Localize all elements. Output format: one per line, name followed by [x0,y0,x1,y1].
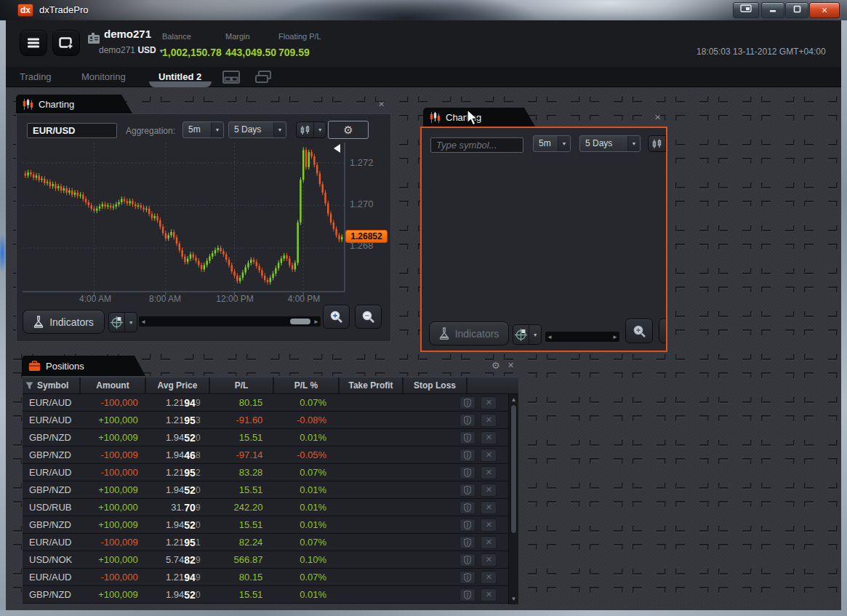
main-menu-button[interactable] [20,30,47,56]
position-row[interactable]: EUR/AUD -100,000 1.21949 80.15 0.07% ✕ [23,569,518,586]
protect-position-button[interactable] [459,484,475,497]
column-symbol[interactable]: Symbol [23,377,81,393]
scroll-down-icon[interactable]: ▼ [509,596,518,602]
position-stop-loss[interactable] [394,586,457,603]
titlebar[interactable]: dx dxTradePro ✕ [0,0,847,20]
close-position-button[interactable]: ✕ [481,553,497,567]
protect-position-button[interactable] [459,571,475,584]
symbol-input[interactable] [430,137,523,153]
close-position-button[interactable]: ✕ [481,466,497,479]
scroll-left-icon[interactable]: ◄ [139,319,148,325]
column-avg-price[interactable]: Avg Price [146,377,210,393]
position-row[interactable]: GBP/NZD +100,009 1.94520 15.51 0.01% ✕ [23,481,518,499]
position-take-profit[interactable] [332,499,394,516]
tab-trading[interactable]: Trading [20,71,52,82]
protect-position-button[interactable] [459,553,475,567]
protect-position-button[interactable] [459,588,475,601]
charting-1-tab[interactable]: Charting [16,95,132,113]
positions-tab[interactable]: Positions [22,356,145,376]
position-stop-loss[interactable] [394,447,457,463]
price-axis-marker-icon[interactable] [334,144,340,153]
restore-button[interactable] [785,2,808,18]
scroll-up-icon[interactable]: ▲ [509,396,518,403]
position-row[interactable]: EUR/AUD -100,009 1.21951 82.24 0.07% ✕ [23,534,518,551]
aggregation-select[interactable]: 5m ▼ [533,135,571,152]
position-stop-loss[interactable] [394,499,457,516]
tile-layout-icon[interactable] [221,70,241,84]
position-stop-loss[interactable] [394,551,457,568]
tab-monitoring[interactable]: Monitoring [81,71,126,82]
position-row[interactable]: USD/NOK +100,000 5.74829 566.87 0.10% ✕ [23,551,518,569]
account-selector[interactable]: demo271 USD ▼ [99,45,164,55]
range-select[interactable]: 5 Days ▼ [228,121,286,138]
charting-1-close-icon[interactable]: ✕ [378,100,385,108]
position-stop-loss[interactable] [394,481,457,498]
minimize-button[interactable] [761,2,784,18]
chart-hscrollbar[interactable]: ◄ ► [139,316,321,327]
cascade-layout-icon[interactable] [253,70,273,84]
position-row[interactable]: USD/RUB +100,000 31.709 242.20 0.01% ✕ [23,499,518,516]
position-take-profit[interactable] [332,481,394,498]
crosshair-select[interactable]: ▼ [108,312,137,332]
positions-close-icon[interactable]: ✕ [507,361,514,369]
close-position-button[interactable]: ✕ [481,431,497,444]
protect-position-button[interactable] [459,501,475,514]
position-row[interactable]: GBP/NZD +100,009 1.94520 15.51 0.01% ✕ [23,516,518,534]
position-stop-loss[interactable] [394,516,457,533]
close-position-button[interactable]: ✕ [481,588,497,601]
position-row[interactable]: EUR/AUD -100,000 1.21949 80.15 0.07% ✕ [23,394,518,412]
candlestick-chart[interactable] [23,143,345,292]
close-position-button[interactable]: ✕ [481,414,497,427]
protect-position-button[interactable] [459,466,475,479]
position-stop-loss[interactable] [394,429,457,446]
charting-2-tab[interactable]: Charting [423,108,535,127]
close-position-button[interactable]: ✕ [481,396,497,409]
chart-settings-button[interactable]: ⚙ [328,121,369,139]
protect-position-button[interactable] [459,396,475,409]
zoom-in-button[interactable] [323,305,350,329]
close-position-button[interactable]: ✕ [481,449,497,462]
account-name[interactable]: demo271 [104,28,151,40]
position-row[interactable]: EUR/AUD -100,000 1.21952 83.28 0.07% ✕ [23,464,518,481]
protect-position-button[interactable] [459,536,475,549]
position-stop-loss[interactable] [394,464,457,481]
range-select[interactable]: 5 Days ▼ [579,135,641,152]
position-take-profit[interactable] [332,516,394,533]
column-pl-pct[interactable]: P/L % [274,377,340,393]
column-take-profit[interactable]: Take Profit [340,377,404,393]
aggregation-select[interactable]: 5m ▼ [182,121,224,138]
position-stop-loss[interactable] [394,569,457,585]
position-take-profit[interactable] [332,569,394,585]
protect-position-button[interactable] [459,414,475,427]
column-pl[interactable]: P/L [210,377,274,393]
position-take-profit[interactable] [332,447,394,463]
indicators-button[interactable]: Indicators [429,321,509,345]
position-stop-loss[interactable] [394,394,457,411]
charting-2-close-icon[interactable]: ✕ [654,113,661,121]
vscroll-thumb[interactable] [510,404,517,534]
column-amount[interactable]: Amount [81,377,146,393]
zoom-out-button[interactable] [355,305,382,329]
column-stop-loss[interactable]: Stop Loss [404,377,467,393]
display-toggle-button[interactable] [733,2,759,18]
scroll-left-icon[interactable]: ◄ [545,334,554,340]
position-take-profit[interactable] [332,412,394,428]
position-row[interactable]: GBP/NZD +100,009 1.94520 15.51 0.01% ✕ [23,586,518,604]
protect-position-button[interactable] [459,449,475,462]
tab-untitled-2[interactable]: Untitled 2 [158,71,201,82]
close-position-button[interactable]: ✕ [481,501,497,514]
zoom-out-button[interactable] [659,319,667,343]
chart-type-select[interactable]: ▼ [296,121,326,138]
position-stop-loss[interactable] [394,412,457,428]
position-take-profit[interactable] [332,464,394,481]
hscroll-thumb[interactable] [290,319,310,324]
protect-position-button[interactable] [459,519,475,532]
chart-hscrollbar[interactable]: ◄ ► [545,332,619,342]
position-row[interactable]: GBP/NZD +100,009 1.94520 15.51 0.01% ✕ [23,429,518,447]
position-take-profit[interactable] [332,534,394,551]
symbol-input[interactable] [27,123,117,138]
indicators-button[interactable]: Indicators [23,310,105,334]
chart-type-select[interactable]: ▼ [648,135,667,152]
new-window-button[interactable] [52,30,80,56]
filter-icon[interactable] [25,382,33,390]
